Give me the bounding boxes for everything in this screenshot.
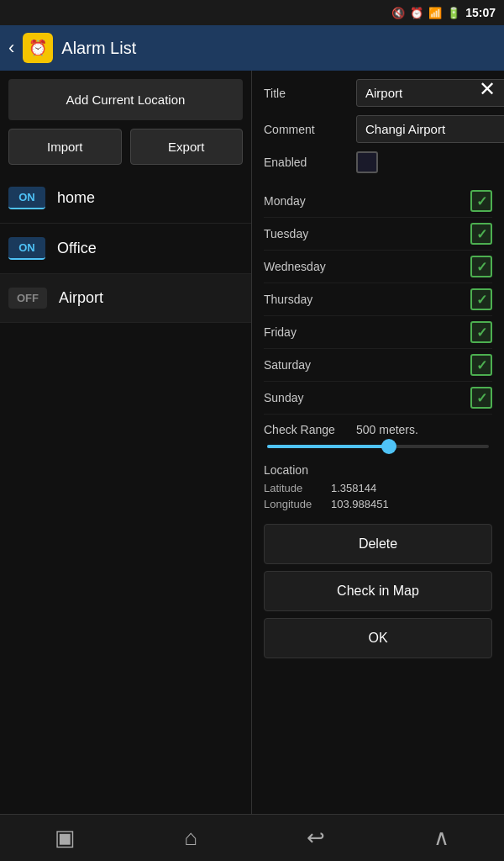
- days-section: Monday Tuesday Wednesday Thursday Friday…: [264, 185, 492, 415]
- saturday-checkbox[interactable]: [470, 354, 492, 376]
- location-section: Location Latitude 1.358144 Longitude 103…: [264, 463, 492, 514]
- mute-icon: 🔇: [391, 7, 405, 19]
- alarm-item-airport[interactable]: OFF Airport: [0, 274, 251, 323]
- alarm-item-office[interactable]: ON Office: [0, 224, 251, 274]
- toggle-airport[interactable]: OFF: [8, 288, 47, 309]
- wednesday-checkbox[interactable]: [470, 256, 492, 277]
- clock: 15:07: [465, 6, 496, 19]
- day-thursday: Thursday: [264, 283, 492, 316]
- alarm-name-office: Office: [57, 240, 97, 257]
- day-friday: Friday: [264, 316, 492, 349]
- import-button[interactable]: Import: [8, 129, 122, 165]
- check-in-map-button[interactable]: Check in Map: [264, 571, 492, 611]
- enabled-row: Enabled: [264, 151, 492, 173]
- bottom-nav: ▣ ⌂ ↩ ∧: [0, 814, 504, 861]
- check-range-label: Check Range: [264, 423, 356, 436]
- ok-button[interactable]: OK: [264, 618, 492, 658]
- check-range-row: Check Range 500 meters.: [264, 423, 492, 436]
- toggle-office[interactable]: ON: [8, 237, 45, 260]
- day-monday-label: Monday: [264, 194, 306, 208]
- toggle-home[interactable]: ON: [8, 187, 45, 209]
- nav-home-icon[interactable]: ⌂: [184, 825, 197, 851]
- comment-row: Comment: [264, 115, 492, 143]
- enabled-label: Enabled: [264, 156, 356, 169]
- export-button[interactable]: Export: [130, 129, 244, 165]
- day-tuesday-label: Tuesday: [264, 227, 308, 240]
- day-saturday-label: Saturday: [264, 358, 311, 372]
- latitude-label: Latitude: [264, 482, 331, 494]
- slider-fill: [267, 445, 389, 448]
- comment-input[interactable]: [356, 115, 504, 143]
- alarm-name-airport: Airport: [59, 289, 103, 307]
- sunday-checkbox[interactable]: [470, 387, 492, 409]
- status-icons: 🔇 ⏰ 📶 🔋 15:07: [391, 6, 496, 19]
- left-panel: Add Current Location Import Export ON ho…: [0, 71, 252, 814]
- thursday-checkbox[interactable]: [470, 288, 492, 310]
- comment-label: Comment: [264, 123, 356, 136]
- title-row: Title: [264, 79, 492, 107]
- close-button[interactable]: ✕: [479, 77, 496, 101]
- main-content: Add Current Location Import Export ON ho…: [0, 71, 504, 814]
- latitude-row: Latitude 1.358144: [264, 482, 492, 494]
- signal-icon: 📶: [428, 7, 442, 19]
- day-friday-label: Friday: [264, 325, 297, 339]
- nav-recent-apps-icon[interactable]: ▣: [55, 825, 76, 851]
- title-bar: ‹ ⏰ Alarm List: [0, 25, 504, 71]
- location-header: Location: [264, 463, 492, 477]
- day-tuesday: Tuesday: [264, 218, 492, 251]
- import-export-row: Import Export: [0, 129, 251, 173]
- action-buttons: Delete Check in Map OK: [264, 524, 492, 658]
- day-wednesday-label: Wednesday: [264, 260, 326, 273]
- alarm-list: ON home ON Office OFF Airport: [0, 173, 251, 814]
- add-current-location-button[interactable]: Add Current Location: [8, 79, 243, 120]
- day-sunday-label: Sunday: [264, 391, 303, 404]
- nav-back-icon[interactable]: ↩: [307, 825, 325, 851]
- alarm-item-home[interactable]: ON home: [0, 173, 251, 224]
- tuesday-checkbox[interactable]: [470, 223, 492, 245]
- app-icon: ⏰: [23, 33, 53, 63]
- longitude-value: 103.988451: [331, 498, 389, 510]
- title-label: Title: [264, 87, 356, 100]
- range-slider-container: [264, 441, 492, 457]
- enabled-checkbox[interactable]: [356, 151, 378, 173]
- right-panel: ✕ Title Comment Enabled Monday Tuesday: [252, 71, 504, 814]
- status-bar: 🔇 ⏰ 📶 🔋 15:07: [0, 0, 504, 25]
- longitude-label: Longitude: [264, 498, 331, 510]
- check-range-value: 500 meters.: [356, 423, 418, 436]
- day-saturday: Saturday: [264, 349, 492, 382]
- alarm-icon: ⏰: [410, 7, 423, 19]
- battery-icon: 🔋: [447, 7, 460, 19]
- longitude-row: Longitude 103.988451: [264, 498, 492, 510]
- latitude-value: 1.358144: [331, 482, 376, 494]
- slider-track: [267, 445, 489, 448]
- slider-thumb[interactable]: [381, 439, 396, 454]
- friday-checkbox[interactable]: [470, 321, 492, 343]
- monday-checkbox[interactable]: [470, 190, 492, 212]
- day-sunday: Sunday: [264, 382, 492, 415]
- day-monday: Monday: [264, 185, 492, 218]
- alarm-name-home: home: [57, 189, 95, 207]
- back-button[interactable]: ‹: [8, 37, 14, 59]
- day-wednesday: Wednesday: [264, 251, 492, 283]
- delete-button[interactable]: Delete: [264, 524, 492, 564]
- day-thursday-label: Thursday: [264, 293, 312, 306]
- page-title: Alarm List: [61, 39, 136, 58]
- nav-up-icon[interactable]: ∧: [433, 825, 449, 851]
